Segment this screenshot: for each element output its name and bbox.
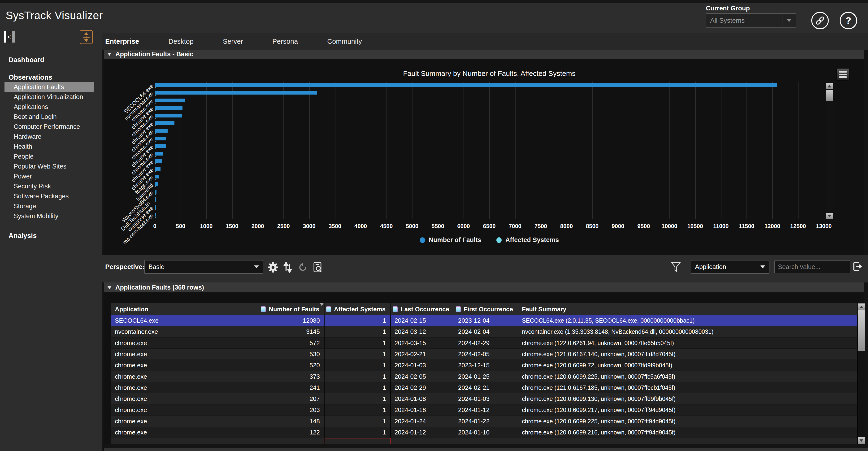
cell-last-occurrence: 2024-01-03 [391, 360, 454, 371]
table-panel-header[interactable]: Application Faults (368 rows) [104, 283, 864, 292]
table-scroll-up-icon[interactable] [858, 303, 865, 310]
table-row[interactable]: chrome.exe52012024-01-032023-12-15chrome… [111, 360, 858, 371]
faults-bar[interactable] [155, 197, 156, 201]
table-scrollbar[interactable] [858, 303, 865, 444]
perspective-select[interactable]: Basic [144, 260, 263, 274]
pin-panel-icon[interactable] [80, 30, 93, 44]
faults-bar[interactable] [155, 129, 167, 133]
share-link-button[interactable] [811, 12, 829, 29]
preview-report-icon[interactable] [312, 261, 323, 273]
faults-bar[interactable] [155, 83, 777, 87]
sidebar-item-storage[interactable]: Storage [4, 201, 94, 211]
tab-persona[interactable]: Persona [272, 38, 298, 45]
faults-bar[interactable] [155, 159, 162, 163]
sidebar-item-computer-performance[interactable]: Computer Performance [4, 122, 94, 132]
tab-enterprise[interactable]: Enterprise [105, 38, 139, 45]
column-header-last-occurrence[interactable]: Last Occurrence [391, 303, 454, 315]
faults-bar[interactable] [155, 91, 317, 95]
sidebar-item-popular-web-sites[interactable]: Popular Web Sites [4, 161, 94, 171]
sidebar-item-application-virtualization[interactable]: Application Virtualization [4, 92, 94, 102]
faults-bar[interactable] [155, 152, 163, 156]
faults-bar[interactable] [155, 144, 166, 148]
faults-bar[interactable] [155, 99, 185, 102]
table-scroll-down-icon[interactable] [858, 437, 865, 444]
faults-bar[interactable] [155, 182, 158, 186]
table-row[interactable]: chrome.exe24112024-02-292024-02-21chrome… [111, 382, 858, 393]
faults-bar[interactable] [155, 205, 156, 209]
faults-bar[interactable] [155, 137, 166, 140]
gridline [335, 82, 335, 219]
table-row[interactable]: chrome.exe53012024-02-212024-02-05chrome… [111, 349, 858, 360]
column-header-application[interactable]: Application [111, 303, 258, 315]
sidebar-item-software-packages[interactable]: Software Packages [4, 191, 94, 201]
column-header-first-occurrence[interactable]: First Occurrence [454, 303, 518, 315]
cell-last-occurrence: 2024-01-08 [391, 393, 454, 405]
table-row[interactable]: chrome.exe12212024-01-122024-01-10chrome… [111, 427, 858, 438]
faults-bar[interactable] [155, 190, 156, 194]
refresh-icon[interactable] [297, 261, 309, 273]
sort-columns-icon[interactable] [282, 261, 293, 273]
chart-menu-icon[interactable] [836, 68, 849, 81]
chart-scroll-down-icon[interactable] [826, 213, 833, 219]
sidebar-section-observations[interactable]: Observations [8, 72, 52, 82]
x-axis-tick-label: 13000 [816, 223, 832, 229]
sidebar-item-health[interactable]: Health [4, 141, 94, 152]
table-row[interactable]: chrome.exe14812024-01-242024-01-22chrome… [111, 416, 858, 427]
column-header-number-of-faults[interactable]: Number of Faults [258, 303, 324, 315]
column-header-affected-systems[interactable]: Affected Systems [324, 303, 391, 315]
sidebar-item-people[interactable]: People [4, 151, 94, 162]
column-filter-icon[interactable] [393, 307, 398, 312]
sidebar-item-applications[interactable]: Applications [4, 102, 94, 112]
settings-icon[interactable] [267, 261, 279, 273]
tab-server[interactable]: Server [223, 38, 243, 45]
filter-field-select[interactable]: Application [691, 260, 769, 274]
table-row[interactable]: chrome.exe20712024-01-082024-01-03chrome… [111, 393, 858, 405]
table-row[interactable]: SECOCL64.exe1208012024-02-152023-12-04SE… [111, 315, 858, 326]
sidebar-item-system-mobility[interactable]: System Mobility [4, 211, 94, 221]
sidebar-section-analysis[interactable]: Analysis [8, 231, 37, 240]
sidebar-section-dashboard[interactable]: Dashboard [8, 55, 44, 65]
legend-item[interactable]: Affected Systems [496, 236, 559, 244]
table-row[interactable]: chrome.exe57212024-03-152024-02-29chrome… [111, 337, 858, 349]
column-filter-icon[interactable] [326, 307, 331, 312]
table-row-partial[interactable] [111, 438, 858, 444]
collapse-triangle-icon [107, 286, 112, 289]
faults-bar[interactable] [155, 106, 183, 110]
table-row[interactable]: nvcontainer.exe314512024-03-122024-02-04… [111, 326, 858, 337]
help-button[interactable]: ? [840, 12, 857, 29]
table-scrollbar-thumb[interactable] [858, 310, 865, 351]
column-header-label: Last Occurrence [401, 305, 449, 313]
faults-bar[interactable] [155, 121, 175, 125]
chart-scrollbar-thumb[interactable] [826, 90, 833, 101]
cell-number-of-faults: 203 [258, 405, 324, 416]
search-input[interactable] [774, 260, 850, 273]
sidebar-item-application-faults[interactable]: Application Faults [4, 82, 94, 92]
table-row[interactable]: chrome.exe37312024-02-052024-01-25chrome… [111, 371, 858, 382]
x-axis-tick-label: 12000 [765, 223, 780, 229]
sidebar-item-boot-and-login[interactable]: Boot and Login [4, 111, 94, 122]
tab-community[interactable]: Community [327, 38, 362, 45]
export-icon[interactable] [851, 260, 863, 272]
faults-bar[interactable] [155, 167, 160, 171]
table-row[interactable]: chrome.exe20312024-01-182024-01-12chrome… [111, 405, 858, 416]
cell-application: chrome.exe [111, 349, 258, 360]
sidebar-item-power[interactable]: Power [4, 171, 94, 182]
legend-item[interactable]: Number of Faults [420, 236, 481, 244]
sidebar-item-hardware[interactable]: Hardware [4, 131, 94, 142]
faults-bar[interactable] [155, 175, 159, 179]
tab-desktop[interactable]: Desktop [168, 38, 193, 45]
column-filter-icon[interactable] [261, 307, 266, 312]
column-filter-icon[interactable] [456, 307, 461, 312]
chart-scrollbar[interactable] [826, 83, 833, 219]
chart-scroll-up-icon[interactable] [826, 83, 833, 89]
cell-application: chrome.exe [111, 337, 258, 349]
faults-bar[interactable] [155, 114, 182, 118]
current-group-select[interactable]: All Systems [706, 13, 796, 28]
collapse-sidebar-icon[interactable]: < [4, 31, 15, 42]
column-header-fault-summary[interactable]: Fault Summary [518, 303, 858, 315]
sidebar-item-security-risk[interactable]: Security Risk [4, 181, 94, 191]
faults-bar[interactable] [155, 213, 156, 217]
cell-affected-systems: 1 [324, 427, 391, 438]
chart-panel-header[interactable]: Application Faults - Basic [104, 50, 864, 59]
filter-icon[interactable] [670, 261, 682, 273]
